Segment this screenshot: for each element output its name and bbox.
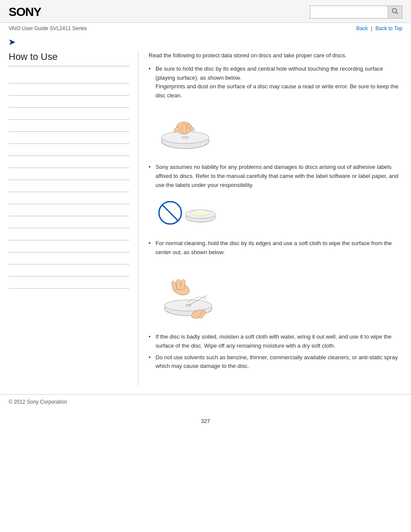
expand-chevron-icon[interactable]: ➤ <box>9 38 15 47</box>
content-area: Read the following to protect data store… <box>138 51 411 386</box>
list-item[interactable] <box>9 192 129 204</box>
disc-tips-list: Be sure to hold the disc by its edges an… <box>149 65 401 100</box>
tip-1-sub: Fingerprints and dust on the surface of … <box>156 83 399 99</box>
svg-point-17 <box>191 210 210 216</box>
list-item[interactable] <box>9 144 129 156</box>
list-item[interactable] <box>9 96 129 108</box>
tip-item-5: Do not use solvents such as benzine, thi… <box>149 353 401 371</box>
copyright-text: © 2012 Sony Corporation <box>9 399 67 405</box>
svg-rect-24 <box>176 280 181 290</box>
nav-links: Back | Back to Top <box>356 25 402 31</box>
svg-rect-7 <box>182 124 187 134</box>
expand-arrow-area: ➤ <box>0 34 411 47</box>
tip-1-main: Be sure to hold the disc by its edges an… <box>156 65 383 81</box>
nav-separator: | <box>371 25 372 31</box>
list-item[interactable] <box>9 156 129 168</box>
tip-item-3: For normal cleaning, hold the disc by it… <box>149 239 401 257</box>
search-input[interactable] <box>310 7 388 17</box>
nav-bar: VAIO User Guide SVL2411 Series Back | Ba… <box>0 23 411 34</box>
back-to-top-link[interactable]: Back to Top <box>376 25 402 31</box>
search-box <box>310 6 402 19</box>
search-icon <box>392 8 399 15</box>
search-button[interactable] <box>388 6 402 18</box>
disc-hold-illustration <box>157 106 401 155</box>
disc-tips-list-2: Sony assumes no liability for any proble… <box>149 163 401 190</box>
disc-tips-list-3: For normal cleaning, hold the disc by it… <box>149 239 401 257</box>
guide-title: VAIO User Guide SVL2411 Series <box>9 25 87 31</box>
list-item[interactable] <box>9 132 129 144</box>
list-item[interactable] <box>9 277 129 289</box>
svg-line-1 <box>396 12 398 14</box>
list-item[interactable] <box>9 204 129 216</box>
sony-logo: SONY <box>9 5 41 19</box>
sidebar-nav-list <box>9 72 129 289</box>
tip-item-4: If the disc is badly soiled, moisten a s… <box>149 333 401 351</box>
intro-text: Read the following to protect data store… <box>149 51 401 60</box>
list-item[interactable] <box>9 72 129 84</box>
svg-rect-25 <box>181 280 185 290</box>
list-item[interactable] <box>9 84 129 96</box>
disc-tips-list-4: If the disc is badly soiled, moisten a s… <box>149 333 401 371</box>
tip-item-1: Be sure to hold the disc by its edges an… <box>149 65 401 100</box>
list-item[interactable] <box>9 168 129 180</box>
svg-point-0 <box>392 9 397 13</box>
tip-item-2: Sony assumes no liability for any proble… <box>149 163 401 190</box>
main-content: How to Use Read the following to protect… <box>0 47 411 386</box>
no-label-illustration <box>157 196 401 231</box>
back-link[interactable]: Back <box>356 25 368 31</box>
svg-line-12 <box>162 205 178 221</box>
cleaning-illustration <box>157 263 401 325</box>
list-item[interactable] <box>9 228 129 240</box>
list-item[interactable] <box>9 108 129 120</box>
list-item[interactable] <box>9 216 129 228</box>
list-item[interactable] <box>9 180 129 192</box>
sidebar: How to Use <box>0 51 138 386</box>
list-item[interactable] <box>9 240 129 252</box>
list-item[interactable] <box>9 120 129 132</box>
list-item[interactable] <box>9 252 129 264</box>
svg-point-5 <box>182 136 189 138</box>
sidebar-title: How to Use <box>9 51 129 66</box>
header: SONY <box>0 0 411 23</box>
footer: © 2012 Sony Corporation <box>0 394 411 409</box>
list-item[interactable] <box>9 264 129 277</box>
page-number: 327 <box>0 418 411 424</box>
